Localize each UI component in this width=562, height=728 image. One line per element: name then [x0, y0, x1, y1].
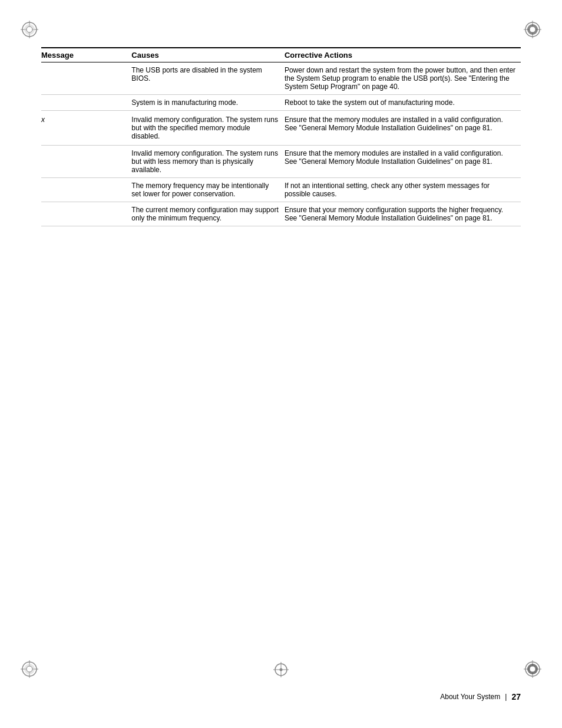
cell-message — [41, 202, 131, 226]
corner-mark-bl — [18, 645, 53, 681]
cell-actions: If not an intentional setting, check any… — [285, 178, 521, 202]
footer-text: About Your System — [440, 693, 500, 701]
page-number: 27 — [511, 692, 521, 701]
main-table: Message Causes Corrective Actions The US… — [41, 47, 521, 226]
cell-actions: Reboot to take the system out of manufac… — [285, 95, 521, 111]
svg-point-11 — [530, 27, 535, 32]
cell-causes: System is in manufacturing mode. — [131, 95, 285, 111]
bottom-center-mark — [272, 661, 290, 681]
svg-point-5 — [27, 27, 32, 32]
cell-actions: Ensure that the memory modules are insta… — [285, 111, 521, 146]
table-row: x Invalid memory configuration. The syst… — [41, 111, 521, 146]
table-row: Invalid memory configuration. The system… — [41, 146, 521, 178]
table-row: The USB ports are disabled in the system… — [41, 62, 521, 95]
footer-separator: | — [505, 693, 507, 701]
cell-causes: The USB ports are disabled in the system… — [131, 62, 285, 95]
col-header-causes: Causes — [131, 48, 285, 62]
col-header-actions: Corrective Actions — [285, 48, 521, 62]
corner-mark-br — [509, 645, 544, 681]
cell-message — [41, 146, 131, 178]
cell-causes: The memory frequency may be intentionall… — [131, 178, 285, 202]
cell-actions: Ensure that your memory configuration su… — [285, 202, 521, 226]
table-row: The memory frequency may be intentionall… — [41, 178, 521, 202]
cell-actions: Ensure that the memory modules are insta… — [285, 146, 521, 178]
svg-point-23 — [530, 666, 535, 672]
page-footer: About Your System | 27 — [41, 692, 521, 701]
corner-mark-tr — [509, 18, 544, 53]
cell-message — [41, 178, 131, 202]
cell-actions: Power down and restart the system from t… — [285, 62, 521, 95]
cell-causes: The current memory configuration may sup… — [131, 202, 285, 226]
page: Message Causes Corrective Actions The US… — [0, 0, 562, 728]
col-header-message: Message — [41, 48, 131, 62]
cell-message — [41, 62, 131, 95]
table-row: The current memory configuration may sup… — [41, 202, 521, 226]
cell-message — [41, 95, 131, 111]
cell-causes: Invalid memory configuration. The system… — [131, 146, 285, 178]
cell-causes: Invalid memory configuration. The system… — [131, 111, 285, 146]
table-row: System is in manufacturing mode. Reboot … — [41, 95, 521, 111]
corner-mark-tl — [18, 18, 53, 53]
svg-point-17 — [27, 666, 32, 672]
cell-message: x — [41, 111, 131, 146]
